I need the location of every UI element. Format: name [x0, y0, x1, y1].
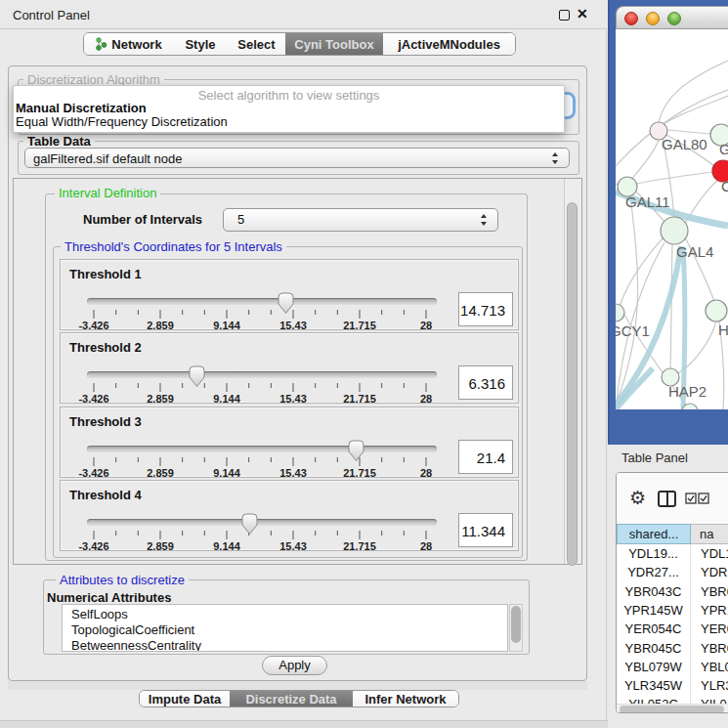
slider-track[interactable] [87, 519, 437, 526]
tick-label: -3.426 [63, 467, 125, 479]
threshold-value-field[interactable]: 11.344 [458, 513, 513, 547]
minimize-traffic-light[interactable] [646, 12, 660, 25]
threshold-panel: Threshold 1-3.4262.8599.14415.4321.71528… [60, 259, 519, 330]
combo-arrows-icon [552, 152, 560, 164]
threshold-value-field[interactable]: 21.4 [458, 440, 513, 474]
column-header-shared-name[interactable]: shared... [617, 524, 691, 544]
cell-shared-name: YLR345W [617, 676, 691, 696]
screen: Control Panel ✕ NetworkStyleSelectCyni T… [0, 0, 728, 728]
slider-thumb[interactable] [277, 292, 295, 315]
tab-label: jActiveMNodules [398, 37, 500, 52]
threshold-panel: Threshold 4-3.4262.8599.14415.4321.71528… [60, 480, 519, 551]
svg-text:GAL80: GAL80 [662, 136, 707, 152]
tab-infer-network[interactable]: Infer Network [353, 691, 458, 707]
svg-text:HAP2: HAP2 [668, 383, 707, 400]
slider-thumb[interactable] [188, 365, 206, 388]
popup-item[interactable]: Manual Discretization [16, 101, 147, 115]
column-header-name[interactable]: na [691, 524, 728, 544]
table-row[interactable]: YPR145WYPR1 [617, 601, 728, 621]
table-row[interactable]: YER054CYER0 [617, 620, 728, 639]
tab-discretize-data[interactable]: Discretize Data [230, 691, 353, 707]
table-row[interactable]: YBR045CYBR0 [617, 639, 728, 659]
table-toolbar: ⚙ [617, 473, 728, 524]
slider-thumb[interactable] [240, 513, 259, 535]
tab-label: Impute Data [149, 692, 221, 707]
slider-track[interactable] [87, 371, 437, 378]
tick-label: 15.43 [262, 540, 324, 552]
svg-text:H: H [718, 321, 728, 338]
checkboxes-icon[interactable] [685, 492, 710, 504]
cell-name: YBR0 [691, 639, 728, 659]
threshold-label: Threshold 4 [69, 488, 142, 502]
svg-text:C: C [721, 178, 728, 194]
horizontal-scrollbar-thumb[interactable] [620, 706, 724, 713]
threshold-value: 6.316 [468, 375, 505, 392]
tab-select[interactable]: Select [228, 33, 285, 55]
threshold-value: 21.4 [477, 450, 505, 466]
network-canvas[interactable]: GAL80GCGAL11GAL4GCY1HHAP2 [616, 29, 728, 409]
slider-ticks [87, 383, 439, 393]
close-traffic-light[interactable] [624, 12, 638, 25]
threshold-value-field[interactable]: 6.316 [458, 365, 513, 400]
slider-ticks [87, 310, 439, 320]
cell-shared-name: YBR045C [617, 639, 691, 659]
tick-label: 21.715 [328, 320, 391, 331]
slider-track[interactable] [87, 446, 437, 452]
tick-label: 15.43 [262, 467, 324, 479]
tab-jactivemnodules[interactable]: jActiveMNodules [383, 33, 515, 55]
svg-text:GAL11: GAL11 [625, 193, 670, 210]
number-of-intervals-spinner[interactable]: 5 [223, 208, 498, 232]
tick-label: 21.715 [328, 540, 391, 552]
horizontal-scrollbar-track[interactable] [617, 704, 728, 713]
table-row[interactable]: YLR345WYLR3 [617, 676, 728, 696]
control-panel-tabs: NetworkStyleSelectCyni ToolboxjActiveMNo… [83, 32, 516, 56]
table-row[interactable]: YBR043CYBR0 [617, 582, 728, 602]
network-graph: GAL80GCGAL11GAL4GCY1HHAP2 [616, 29, 728, 409]
attribute-item[interactable]: BetweennessCentrality [71, 638, 201, 652]
tab-label: Select [237, 37, 275, 52]
threshold-value-field[interactable]: 14.713 [458, 292, 513, 326]
table-header: shared... na [617, 524, 728, 544]
window-title: Control Panel [13, 8, 90, 22]
threshold-value: 11.344 [461, 523, 505, 539]
table-row[interactable]: YDR27...YDR2 [617, 563, 728, 582]
slider-track[interactable] [87, 298, 437, 305]
table-row[interactable]: YBL079WYBL0 [617, 658, 728, 677]
attributes-group-title: Attributes to discretize [56, 574, 189, 586]
tab-label: Network [111, 37, 161, 52]
float-window-icon[interactable] [559, 10, 570, 21]
attributes-scrollbar-thumb[interactable] [511, 606, 521, 643]
table-row[interactable]: YDL19...YDL1 [617, 544, 728, 564]
table-panel: ⚙ shared... na YDL19...YDL1YDR27...YDR2Y… [616, 472, 728, 713]
svg-text:G: G [719, 141, 728, 157]
close-icon[interactable]: ✕ [577, 6, 588, 21]
cell-name: YDR2 [691, 563, 728, 582]
tab-network[interactable]: Network [84, 33, 173, 55]
tab-impute-data[interactable]: Impute Data [140, 691, 230, 707]
threshold-label: Threshold 2 [69, 340, 142, 355]
numerical-attributes-list[interactable]: SelfLoopsTopologicalCoefficientBetweenne… [62, 604, 508, 652]
thresholds-group-title: Threshold's Coordinates for 5 Intervals [61, 240, 286, 253]
tab-style[interactable]: Style [173, 33, 228, 55]
cell-shared-name: YDR27... [617, 563, 691, 582]
tab-cyni-toolbox[interactable]: Cyni Toolbox [285, 33, 383, 55]
split-columns-icon[interactable] [658, 491, 676, 507]
tab-label: Style [185, 37, 215, 52]
tick-label: 9.144 [195, 540, 258, 552]
apply-button[interactable]: Apply [262, 656, 327, 675]
attribute-item[interactable]: SelfLoops [71, 607, 128, 621]
cell-name: YLR3 [691, 676, 728, 696]
tick-label: 28 [395, 540, 457, 552]
popup-item[interactable]: Equal Width/Frequency Discretization [16, 114, 228, 129]
attribute-item[interactable]: TopologicalCoefficient [71, 622, 194, 637]
zoom-traffic-light[interactable] [667, 12, 681, 25]
threshold-label: Threshold 3 [69, 414, 142, 429]
gear-icon[interactable]: ⚙ [629, 487, 646, 509]
tick-label: 28 [395, 320, 457, 331]
desktop-strip [0, 720, 608, 728]
table-data-group-title: Table Data [23, 135, 95, 148]
table-data-combobox[interactable]: galFiltered.sif default node [24, 148, 570, 168]
threshold-label: Threshold 1 [69, 267, 142, 281]
vertical-scrollbar-thumb[interactable] [567, 202, 578, 566]
slider-thumb[interactable] [347, 440, 365, 462]
